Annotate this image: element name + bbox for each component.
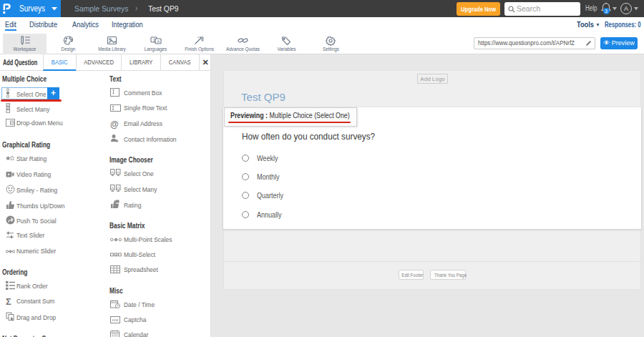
svg-text:vca: vca: [112, 318, 119, 322]
svg-text:文: 文: [152, 38, 157, 42]
svg-text:A: A: [157, 39, 160, 44]
